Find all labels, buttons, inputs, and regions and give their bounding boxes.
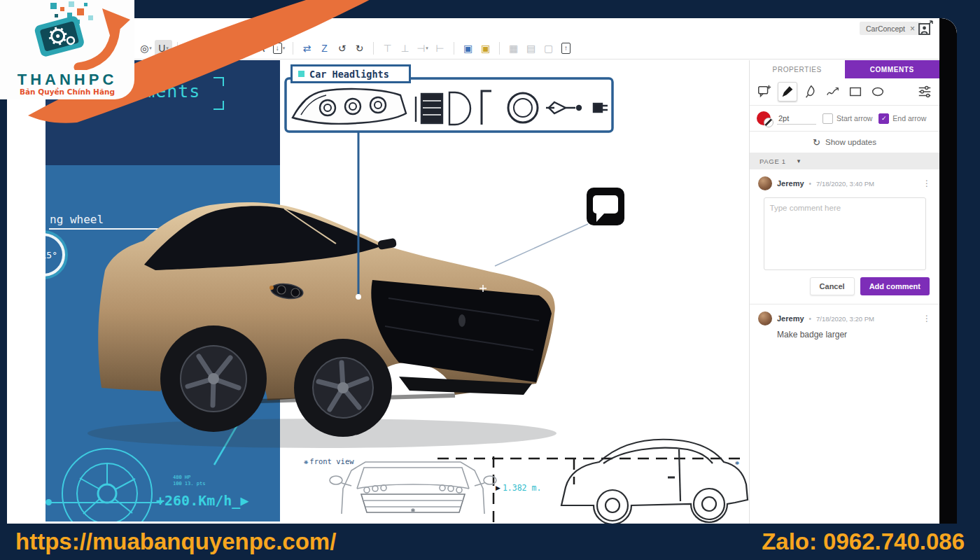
angle-gauge: 15° bbox=[46, 233, 65, 276]
kebab-menu-icon[interactable]: ⋮ bbox=[923, 314, 931, 323]
ellipse-annotation-icon[interactable] bbox=[869, 83, 887, 101]
layout-tool[interactable]: ▤ bbox=[522, 40, 540, 57]
comment-item[interactable]: Jeremy • 7/18/2020, 3:20 PM ⋮ Make badge… bbox=[750, 304, 939, 346]
shape-recognition-tool[interactable]: ◎▾ bbox=[137, 40, 155, 57]
watermark-brand: THANHPC bbox=[0, 71, 134, 89]
avatar bbox=[758, 312, 772, 326]
toolbar-separator bbox=[454, 42, 454, 55]
stroke-settings: Start arrow ✓ End arrow bbox=[750, 106, 939, 131]
end-arrow-checkbox[interactable]: ✓ bbox=[878, 113, 889, 124]
toolbar-separator bbox=[177, 42, 178, 55]
side-view-sketch bbox=[561, 440, 748, 524]
kebab-menu-icon[interactable]: ⋮ bbox=[923, 178, 931, 188]
stroke-width-input[interactable] bbox=[777, 113, 816, 125]
page: CarConcept × ◎▾ U▾ ↖▾ ▭▾ ⌖▾ ◥▾ A ↓▾ ⇄ Z bbox=[0, 0, 980, 560]
watermark-url: https://muabanquyenpc.com/ bbox=[15, 528, 336, 555]
group-tool[interactable]: ▣ bbox=[459, 40, 477, 57]
document-tab[interactable]: CarConcept × bbox=[860, 22, 921, 35]
distribute-tool[interactable]: ▦ bbox=[505, 40, 522, 57]
headlight-diagram bbox=[286, 78, 612, 300]
annotation-toolbar bbox=[750, 78, 939, 105]
headlight-callout-label[interactable]: Car Headlights bbox=[290, 64, 411, 83]
chevron-down-icon: ▾ bbox=[797, 158, 801, 164]
width-dimension-label: ▶ 1.382 m. bbox=[496, 483, 541, 493]
select-tool[interactable]: ↖▾ bbox=[183, 40, 200, 57]
rotate-cw-tool[interactable]: ↻ bbox=[351, 40, 368, 57]
tab-close-icon[interactable]: × bbox=[910, 24, 915, 34]
callout-text: Car Headlights bbox=[309, 69, 389, 80]
align-right-tool[interactable]: ⊢ bbox=[431, 40, 449, 57]
account-frame-icon[interactable] bbox=[917, 20, 934, 37]
refresh-icon: ↻ bbox=[813, 137, 820, 148]
rectangle-tool[interactable]: ▭▾ bbox=[200, 40, 218, 57]
text-tool[interactable]: A bbox=[253, 40, 270, 57]
watermark-logo-card: THANHPC Bản Quyền Chính Hãng bbox=[0, 0, 134, 99]
start-arrow-checkbox[interactable] bbox=[822, 113, 833, 124]
cancel-button[interactable]: Cancel bbox=[810, 277, 855, 295]
comment-author: Jeremy bbox=[777, 179, 804, 188]
tab-properties[interactable]: PROPERTIES bbox=[750, 60, 845, 78]
comment-timestamp: 7/18/2020, 3:20 PM bbox=[816, 315, 874, 323]
arrow-right-icon: ▶ bbox=[496, 484, 500, 491]
asterisk-icon: ❋ bbox=[304, 457, 308, 465]
end-arrow-option[interactable]: ✓ End arrow bbox=[878, 113, 926, 124]
comment-pin[interactable] bbox=[495, 188, 624, 266]
callout-line bbox=[48, 502, 162, 503]
comment-input[interactable] bbox=[764, 197, 926, 270]
app-window: CarConcept × ◎▾ U▾ ↖▾ ▭▾ ⌖▾ ◥▾ A ↓▾ ⇄ Z bbox=[7, 18, 957, 524]
thanhpc-logo-icon bbox=[0, 0, 134, 70]
ungroup-tool[interactable]: ▣ bbox=[477, 40, 494, 57]
start-arrow-option[interactable]: Start arrow bbox=[822, 113, 872, 124]
steering-wheel-label: ng wheel bbox=[50, 213, 104, 226]
curve-tool[interactable]: ◥▾ bbox=[235, 40, 253, 57]
hood-plus-mark bbox=[479, 285, 486, 292]
dimension-lines bbox=[438, 456, 746, 524]
align-top-tool[interactable]: ⊤ bbox=[379, 40, 396, 57]
node-edit-tool[interactable]: ⌖▾ bbox=[218, 40, 235, 57]
show-updates-button[interactable]: ↻ Show updates bbox=[750, 132, 939, 153]
toolbar-separator bbox=[499, 42, 500, 55]
align-bottom-tool[interactable]: ⊥ bbox=[396, 40, 414, 57]
add-comment-tool-icon[interactable] bbox=[755, 83, 774, 101]
add-comment-button[interactable]: Add comment bbox=[860, 277, 930, 295]
bracket-decoration bbox=[214, 101, 224, 110]
outline-tool[interactable]: ▢ bbox=[540, 40, 557, 57]
watermark-zalo: Zalo: 0962.740.086 bbox=[762, 528, 965, 555]
marker-tool-icon[interactable] bbox=[802, 83, 820, 101]
front-view-sketch bbox=[330, 462, 496, 514]
rotate-ccw-tool[interactable]: ↺ bbox=[333, 40, 351, 57]
poster-artboard: Elements ng wheel 15° bbox=[46, 60, 280, 522]
arrow-pen-tool-icon[interactable] bbox=[778, 82, 797, 102]
export-tool[interactable]: ↑ bbox=[557, 40, 575, 57]
toolbar-separator bbox=[293, 42, 293, 55]
watermark-tagline: Bản Quyền Chính Hãng bbox=[0, 88, 134, 96]
comment-author: Jeremy bbox=[777, 314, 804, 323]
frame-tool[interactable]: ↓▾ bbox=[270, 40, 288, 57]
comment-timestamp: 7/18/2020, 3:40 PM bbox=[816, 180, 874, 188]
document-tab-bar: CarConcept × bbox=[7, 18, 939, 38]
rectangle-annotation-icon[interactable] bbox=[846, 83, 864, 101]
scribble-tool-icon[interactable] bbox=[824, 83, 842, 101]
order-tool[interactable]: Z bbox=[316, 40, 333, 57]
spec-line-2: 100 13. pts bbox=[173, 481, 205, 487]
bullet-square-icon bbox=[298, 71, 304, 77]
stroke-color-swatch[interactable] bbox=[757, 111, 771, 125]
flip-tool[interactable]: ⇄ bbox=[298, 40, 316, 57]
window-edge bbox=[939, 18, 957, 524]
comment-draft: Jeremy • 7/18/2020, 3:40 PM ⋮ Cancel Add… bbox=[750, 169, 939, 304]
front-view-label: ❋front view bbox=[304, 457, 354, 465]
angle-value: 15° bbox=[46, 250, 57, 260]
top-speed-label: +260.Km/h_▶ bbox=[156, 492, 248, 509]
page-selector[interactable]: PAGE 1 ▾ bbox=[750, 153, 939, 169]
comment-text: Make badge larger bbox=[750, 330, 939, 346]
toolbar: ◎▾ U▾ ↖▾ ▭▾ ⌖▾ ◥▾ A ↓▾ ⇄ Z ↺ ↻ ⊤ ⊥ ⊣▾ ⊢ … bbox=[7, 38, 939, 59]
settings-sliders-icon[interactable] bbox=[916, 83, 934, 101]
color-picker-nib-icon bbox=[764, 118, 774, 127]
side-view-marker: ❋ bbox=[735, 458, 739, 466]
tab-comments[interactable]: COMMENTS bbox=[845, 60, 940, 78]
avatar bbox=[758, 176, 772, 190]
bracket-decoration bbox=[214, 77, 224, 86]
right-panel: PROPERTIES COMMENTS bbox=[749, 60, 939, 524]
magnet-snap-tool[interactable]: U▾ bbox=[155, 40, 172, 57]
align-left-tool[interactable]: ⊣▾ bbox=[414, 40, 431, 57]
